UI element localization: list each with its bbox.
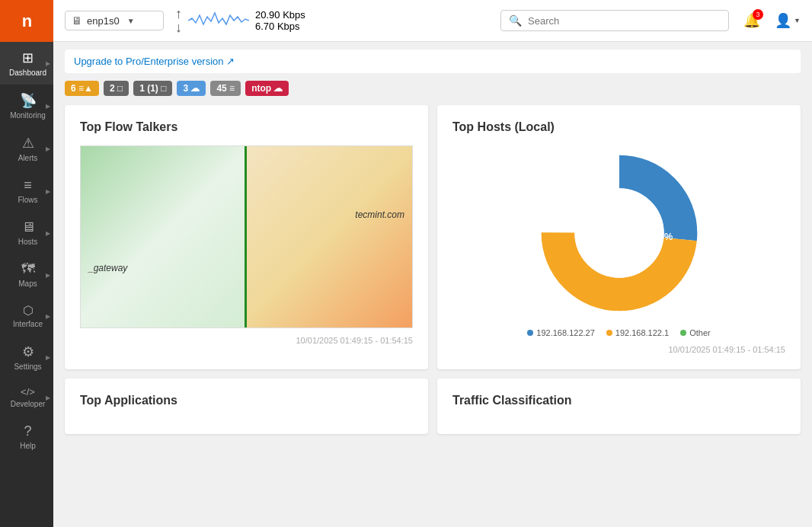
top-hosts-title: Top Hosts (Local) [452,120,785,134]
ntop-badge[interactable]: ntop ☁ [245,81,289,96]
chevron-right-icon: ▶ [46,187,50,194]
chevron-down-icon: ▼ [794,17,801,24]
donut-chart-container: 48.4% 51.6% 192.168.122.27 192.168.122.1 [452,145,785,337]
top-flow-talkers-title: Top Flow Talkers [80,120,413,134]
search-box[interactable]: 🔍 [500,10,729,31]
traffic-values: 20.90 Kbps 6.70 Kbps [255,9,305,32]
donut-label-left: 48.4% [586,232,613,242]
sidebar-item-label: Maps [18,279,37,288]
chevron-right-icon: ▶ [46,354,50,361]
flows-icon: ≡ [24,177,32,193]
sidebar: n ⊞ Dashboard ▶ 📡 Monitoring ▶ ⚠ Alerts … [0,0,53,527]
top-applications-title: Top Applications [80,394,413,407]
sidebar-item-alerts[interactable]: ⚠ Alerts ▶ [0,127,53,170]
traffic-wave-chart [188,9,249,32]
sidebar-item-label: Settings [14,363,41,371]
legend-item-1: 192.168.122.27 [527,328,594,337]
interface-icon: ⬡ [23,303,34,318]
traffic-graph: ↑ ↓ 20.90 Kbps 6.70 Kbps [175,7,305,34]
sidebar-item-developer[interactable]: </> Developer ▶ [0,378,53,416]
user-menu-button[interactable]: 👤 ▼ [775,12,801,29]
traffic-classification-title: Traffic Classification [452,394,785,407]
chevron-right-icon: ▶ [46,394,50,401]
sidebar-item-label: Hosts [18,238,38,246]
legend-label-3: Other [689,328,711,337]
clouds-badge[interactable]: 3 ☁ [177,81,206,96]
other-badge[interactable]: 45 ≡ [210,81,241,96]
chevron-right-icon: ▶ [46,145,50,152]
dashboard-icon: ⊞ [22,50,34,66]
help-icon: ? [24,423,31,439]
traffic-up-value: 20.90 Kbps [255,9,305,21]
donut-chart: 48.4% 51.6% [532,145,707,321]
traffic-classification-card: Traffic Classification [437,378,801,434]
dashboard-grid: Top Flow Talkers _gateway tecmint.com 10… [65,105,801,434]
chevron-down-icon: ▼ [127,17,135,25]
treemap-right-label: tecmint.com [355,209,404,220]
sidebar-item-label: Monitoring [10,111,46,120]
upgrade-banner: Upgrade to Pro/Enterprise version ↗ [65,50,801,73]
sidebar-item-help[interactable]: ? Help [0,416,53,458]
content-area: Upgrade to Pro/Enterprise version ↗ 6 ≡▲… [53,42,812,527]
sidebar-item-monitoring[interactable]: 📡 Monitoring ▶ [0,85,53,127]
notification-badge: 3 [753,9,763,20]
search-icon: 🔍 [509,14,522,27]
legend-label-1: 192.168.122.27 [536,328,594,337]
traffic-down-value: 6.70 Kbps [255,21,305,32]
interface-name: enp1s0 [87,15,120,27]
status-bar: 6 ≡▲ 2 □ 1 (1) □ 3 ☁ 45 ≡ ntop ☁ [65,81,801,96]
external-link-icon: ↗ [226,56,235,67]
sidebar-item-label: Developer [11,400,46,408]
search-input[interactable] [528,15,721,27]
sidebar-item-flows[interactable]: ≡ Flows ▶ [0,170,53,212]
notifications-button[interactable]: 🔔 3 [740,9,763,32]
monitoring-icon: 📡 [20,92,37,109]
hosts-timestamp: 10/01/2025 01:49:15 - 01:54:15 [452,345,785,354]
sidebar-item-label: Flows [18,196,37,204]
donut-label-right: 51.6% [645,232,673,242]
upgrade-link[interactable]: Upgrade to Pro/Enterprise version ↗ [74,56,235,67]
top-flow-talkers-card: Top Flow Talkers _gateway tecmint.com 10… [65,105,428,369]
main-content: 🖥 enp1s0 ▼ ↑ ↓ 20.90 Kbps 6.70 Kbps 🔍 🔔 [53,0,812,527]
treemap-left-label: _gateway [88,263,127,273]
sidebar-item-label: Help [20,442,36,450]
interface-selector-icon: 🖥 [72,14,82,27]
donut-legend: 192.168.122.27 192.168.122.1 Other [527,328,710,337]
legend-dot-2 [606,330,612,336]
sidebar-item-label: Dashboard [9,69,46,77]
sidebar-item-settings[interactable]: ⚙ Settings ▶ [0,336,53,378]
sidebar-item-dashboard[interactable]: ⊞ Dashboard ▶ [0,42,53,85]
treemap-left-section: _gateway [81,146,247,327]
interface-selector[interactable]: 🖥 enp1s0 ▼ [65,11,164,30]
alert-badge[interactable]: 6 ≡▲ [65,81,99,96]
legend-dot-3 [680,330,686,336]
chevron-right-icon: ▶ [46,312,50,319]
maps-icon: 🗺 [21,261,35,277]
traffic-direction-icon: ↑ ↓ [175,7,182,34]
chevron-right-icon: ▶ [46,229,50,236]
chevron-right-icon: ▶ [46,103,50,110]
sidebar-item-hosts[interactable]: 🖥 Hosts ▶ [0,212,53,254]
sidebar-item-label: Interface [13,320,43,328]
hosts-badge[interactable]: 1 (1) □ [133,81,172,96]
flows-badge[interactable]: 2 □ [104,81,129,96]
flow-talkers-timestamp: 10/01/2025 01:49:15 - 01:54:15 [80,336,413,345]
top-applications-card: Top Applications [65,378,428,434]
topbar: 🖥 enp1s0 ▼ ↑ ↓ 20.90 Kbps 6.70 Kbps 🔍 🔔 [53,0,812,42]
app-logo: n [0,0,53,42]
top-hosts-local-card: Top Hosts (Local) 48.4% 51.6% [437,105,801,369]
settings-icon: ⚙ [22,343,34,360]
legend-item-2: 192.168.122.1 [606,328,669,337]
sidebar-item-label: Alerts [18,154,38,162]
legend-item-3: Other [680,328,711,337]
chevron-right-icon: ▶ [46,271,50,278]
treemap-right-section: tecmint.com [247,146,413,327]
legend-dot-1 [527,330,533,336]
treemap-chart: _gateway tecmint.com [80,145,413,328]
developer-icon: </> [21,386,35,398]
hosts-icon: 🖥 [21,219,35,235]
chevron-right-icon: ▶ [46,60,50,67]
sidebar-item-maps[interactable]: 🗺 Maps ▶ [0,254,53,295]
sidebar-item-interface[interactable]: ⬡ Interface ▶ [0,295,53,336]
alert-icon: ⚠ [22,135,34,152]
